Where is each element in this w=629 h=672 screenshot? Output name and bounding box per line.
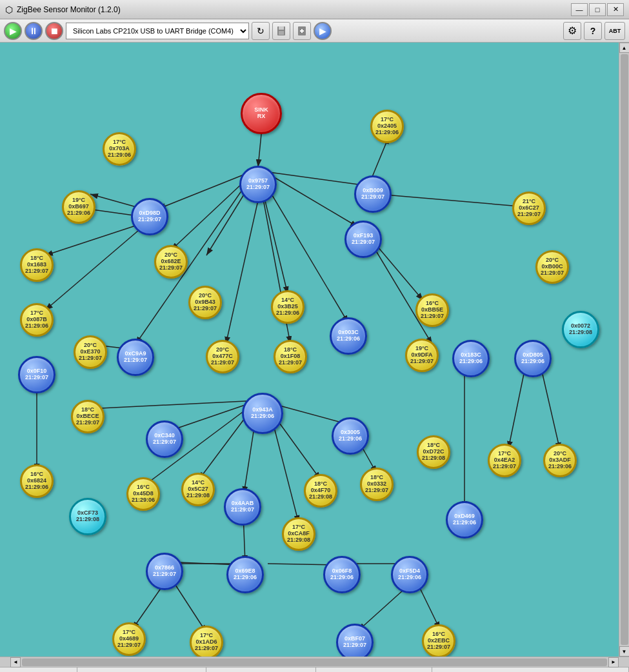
node-nC340[interactable]: 0xC34021:29:07 — [146, 420, 183, 458]
bottom-scrollbar[interactable]: ◄ ► — [0, 657, 629, 667]
node-nD72C[interactable]: 18°C0xD72C21:29:08 — [417, 435, 450, 469]
node-nB697[interactable]: 19°C0xB69721:29:06 — [62, 190, 95, 224]
node-n682E[interactable]: 20°C0x682E21:29:07 — [154, 245, 188, 279]
node-n0072[interactable]: 0x007221:29:08 — [562, 311, 599, 348]
svg-line-12 — [265, 172, 358, 227]
svg-rect-2 — [279, 31, 284, 35]
app-icon: ⬡ — [5, 5, 13, 15]
svg-line-5 — [258, 134, 261, 167]
save-button[interactable] — [272, 22, 290, 40]
svg-line-27 — [88, 400, 258, 409]
port-dropdown[interactable]: Silicon Labs CP210x USB to UART Bridge (… — [66, 23, 249, 39]
node-n06F8[interactable]: 0x06F821:29:06 — [323, 556, 361, 593]
node-n5C27[interactable]: 14°C0x5C2721:29:08 — [181, 473, 215, 506]
node-n087B[interactable]: 17°C0x087B21:29:06 — [20, 303, 54, 337]
status-online: ONLINE — [0, 667, 77, 672]
node-n3ADF[interactable]: 20°C0x3ADF21:29:06 — [543, 444, 577, 477]
about-button[interactable]: ABT — [604, 22, 625, 40]
node-nBF07[interactable]: 0xBF0721:29:07 — [336, 624, 374, 657]
node-n9B43[interactable]: 20°C0x9B4321:29:07 — [188, 286, 222, 319]
node-n1F08[interactable]: 18°C0x1F0821:29:07 — [274, 340, 307, 373]
node-n4EA2[interactable]: 17°C0x4EA221:29:07 — [488, 444, 521, 477]
node-nF5D4[interactable]: 0xF5D421:29:06 — [391, 556, 428, 593]
node-n2405[interactable]: 17°C0x240521:29:06 — [370, 110, 404, 143]
minimize-button[interactable]: — — [571, 3, 588, 16]
node-n1683[interactable]: 18°C0x168321:29:07 — [20, 248, 54, 282]
node-nC9A9[interactable]: 0xC9A921:29:07 — [117, 339, 154, 376]
svg-line-15 — [135, 172, 255, 344]
node-n6824[interactable]: 16°C0x682421:29:06 — [20, 464, 54, 498]
node-n45D8[interactable]: 16°C0x45D821:29:06 — [126, 477, 160, 511]
node-nF193[interactable]: 0xF19321:29:07 — [344, 221, 382, 258]
svg-line-18 — [45, 223, 143, 255]
node-n4689[interactable]: 17°C0x468921:29:07 — [112, 622, 146, 656]
svg-line-21 — [377, 194, 528, 207]
stop-button[interactable]: ⏹ — [45, 22, 63, 40]
node-n6C27[interactable]: 21°C0x6C2721:29:07 — [512, 192, 546, 225]
main-area: SINKRX0x975721:29:070xD98D21:29:070xB009… — [0, 43, 629, 657]
node-n3B25[interactable]: 14°C0x3B2521:29:06 — [271, 290, 305, 324]
node-nBECE[interactable]: 18°C0xBECE21:29:07 — [71, 400, 105, 433]
node-n69E8[interactable]: 0x69E821:29:06 — [226, 556, 264, 593]
close-button[interactable]: ✕ — [607, 3, 624, 16]
node-n4F70[interactable]: 18°C0x4F7021:29:08 — [304, 474, 337, 508]
maximize-button[interactable]: □ — [589, 3, 606, 16]
node-n477C[interactable]: 20°C0x477C21:29:07 — [206, 340, 239, 373]
svg-line-47 — [418, 584, 440, 629]
status-lastpacket: Last packet: 21:29:07 — [316, 667, 432, 672]
gear-button[interactable]: ⚙ — [563, 22, 581, 40]
status-collecting: Collecting data — [77, 667, 206, 672]
svg-line-7 — [265, 172, 368, 186]
node-n003C[interactable]: 0x003C21:29:06 — [330, 317, 367, 355]
right-scrollbar[interactable]: ▲ ▼ — [619, 43, 629, 657]
node-n943A[interactable]: 0x943A21:29:06 — [242, 393, 283, 434]
export-button[interactable] — [293, 22, 311, 40]
play2-button[interactable]: ▶ — [314, 22, 332, 40]
node-n703A[interactable]: 17°C0x703A21:29:06 — [103, 132, 136, 166]
node-nD469[interactable]: 0xD46921:29:06 — [446, 501, 483, 539]
svg-line-19 — [45, 226, 143, 310]
node-n1AD6[interactable]: 17°C0x1AD621:29:07 — [190, 626, 223, 657]
node-n3005[interactable]: 0x300521:29:06 — [332, 417, 369, 455]
node-nD98D[interactable]: 0xD98D21:29:07 — [131, 198, 168, 235]
node-n9757[interactable]: 0x975721:29:07 — [239, 166, 277, 203]
status-profile: Profile: ZigBee PRO — [432, 667, 629, 672]
refresh-button[interactable]: ↻ — [252, 22, 270, 40]
canvas-area[interactable]: SINKRX0x975721:29:070xD98D21:29:070xB009… — [0, 43, 619, 657]
pause-button[interactable]: ⏸ — [25, 22, 43, 40]
svg-rect-1 — [279, 26, 284, 30]
node-nBB5E[interactable]: 16°C0xBB5E21:29:07 — [415, 293, 449, 327]
node-nE370[interactable]: 20°C0xE37021:29:07 — [74, 335, 107, 369]
node-n183C[interactable]: 0x183C21:29:06 — [452, 340, 490, 377]
node-n9DFA[interactable]: 19°C0x9DFA21:29:07 — [405, 339, 439, 372]
node-n0F10[interactable]: 0x0F1021:29:07 — [18, 356, 55, 393]
svg-line-6 — [158, 172, 252, 209]
node-nD805[interactable]: 0xD80521:29:06 — [514, 340, 552, 377]
node-n2EBC[interactable]: 16°C0x2EBC21:29:07 — [422, 624, 455, 657]
status-packets: Packets: 16685398 — [206, 667, 316, 672]
node-nB009[interactable]: 0xB00921:29:07 — [354, 175, 392, 213]
node-n0332[interactable]: 18°C0x033221:29:07 — [360, 468, 394, 501]
titlebar: ⬡ ZigBee Sensor Monitor (1.2.0) — □ ✕ — [0, 0, 629, 19]
toolbar: ▶ ⏸ ⏹ Silicon Labs CP210x USB to UART Br… — [0, 19, 629, 43]
node-sink[interactable]: SINKRX — [241, 93, 282, 134]
node-n7866[interactable]: 0x786621:29:07 — [146, 553, 183, 590]
node-nB00C[interactable]: 20°C0xB00C21:29:07 — [535, 250, 569, 284]
node-n4AAB[interactable]: 0x4AAB21:29:07 — [224, 488, 261, 526]
node-nCF73[interactable]: 0xCF7321:29:08 — [69, 498, 106, 535]
svg-line-42 — [174, 583, 206, 633]
node-nCA8F[interactable]: 17°C0xCA8F21:29:08 — [282, 517, 315, 551]
title-text: ZigBee Sensor Monitor (1.2.0) — [17, 5, 571, 14]
play-button[interactable]: ▶ — [4, 22, 22, 40]
statusbar: ONLINE Collecting data Packets: 16685398… — [0, 667, 629, 672]
svg-line-41 — [132, 583, 165, 629]
help-button[interactable]: ? — [584, 22, 602, 40]
window-controls: — □ ✕ — [571, 3, 624, 16]
